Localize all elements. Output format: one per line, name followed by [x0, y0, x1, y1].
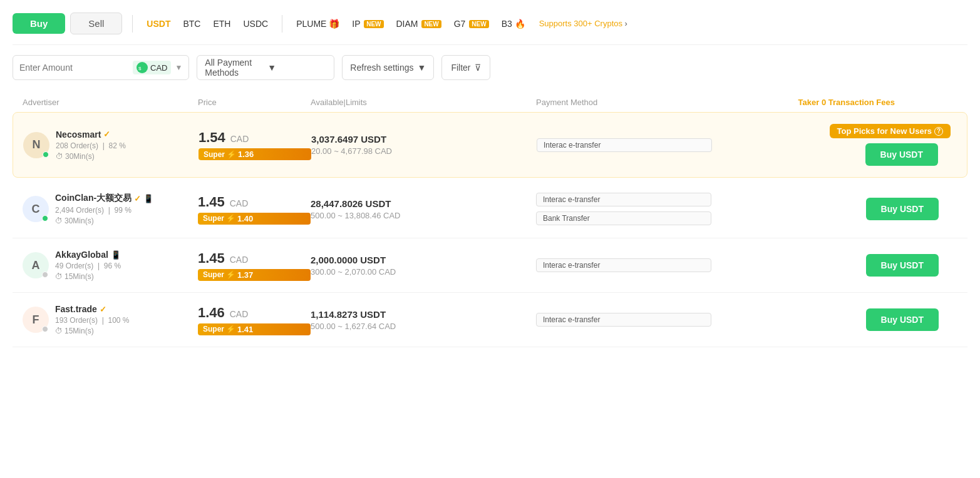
advertiser-details: Fast.trade ✓ 193 Order(s) | 100 % ⏱ 15Mi…	[55, 304, 130, 335]
advertiser-time: ⏱ 30Min(s)	[55, 216, 153, 225]
lightning-icon: ⚡	[226, 270, 235, 279]
price-currency: CAD	[230, 309, 249, 319]
advertiser-name[interactable]: Necosmart ✓	[56, 130, 126, 140]
super-label: Super	[203, 214, 224, 223]
verified-icon: ✓	[134, 194, 141, 203]
available-cad: 500.00 ~ 13,808.46 CAD	[311, 211, 536, 220]
refresh-settings-button[interactable]: Refresh settings ▼	[342, 55, 434, 80]
buy-usdt-button[interactable]: Buy USDT	[866, 198, 939, 220]
online-indicator	[43, 151, 49, 158]
price-value: 1.45	[198, 194, 225, 210]
filter-funnel-icon: ⊽	[475, 63, 481, 73]
nav-coin-btc[interactable]: BTC	[179, 16, 204, 31]
sell-tab-button[interactable]: Sell	[70, 13, 122, 34]
super-badge: Super ⚡ 1.37	[198, 269, 311, 281]
advertiser-stats: 208 Order(s) | 82 %	[56, 141, 126, 150]
price-currency: CAD	[230, 198, 249, 208]
offline-indicator	[42, 272, 48, 278]
col-advertiser: Advertiser	[23, 98, 198, 107]
advertiser-avatar: C	[23, 196, 49, 222]
advertiser-name[interactable]: Fast.trade ✓	[55, 304, 130, 314]
advertiser-details: Necosmart ✓ 208 Order(s) | 82 % ⏱ 30Min(…	[56, 130, 126, 161]
lightning-icon: ⚡	[226, 325, 235, 333]
advertiser-stats: 49 Order(s) | 96 %	[55, 262, 121, 270]
new-badge-diam: NEW	[421, 20, 441, 28]
filter-label: Filter	[451, 63, 470, 73]
available-cad: 300.00 ~ 2,070.00 CAD	[311, 267, 536, 277]
price-main: 1.45 CAD	[198, 250, 311, 267]
filters-row: $ CAD ▼ All Payment Methods ▼ Refresh se…	[13, 55, 967, 80]
price-main: 1.46 CAD	[198, 305, 311, 321]
advertiser-avatar: A	[23, 252, 49, 278]
cad-icon: $	[137, 62, 148, 73]
nav-coin-diam[interactable]: DIAM NEW	[393, 16, 445, 31]
nav-coin-ip[interactable]: IP NEW	[348, 16, 387, 31]
action-column: Buy USDT	[711, 308, 957, 331]
available-column: 1,114.8273 USDT 500.00 ~ 1,627.64 CAD	[311, 309, 536, 331]
clock-icon: ⏱	[55, 272, 63, 281]
table-row: C CoinClan-大额交易 ✓ 📱 2,494 Order(s) | 99 …	[13, 180, 967, 238]
clock-icon: ⏱	[55, 327, 63, 335]
advertiser-stats: 193 Order(s) | 100 %	[55, 316, 130, 325]
new-badge-ip: NEW	[364, 20, 383, 28]
payment-method-label: All Payment Methods	[205, 58, 264, 78]
payment-column: Interac e-transferBank Transfer	[536, 191, 711, 226]
advertiser-info: F Fast.trade ✓ 193 Order(s) | 100 % ⏱ 15…	[23, 304, 198, 335]
advertiser-info: N Necosmart ✓ 208 Order(s) | 82 % ⏱ 30Mi…	[23, 130, 199, 161]
col-available: Available|Limits	[311, 98, 536, 107]
super-label: Super	[204, 150, 225, 159]
online-indicator	[42, 215, 48, 221]
whatsapp-icon: 📱	[143, 194, 153, 203]
nav-coin-g7[interactable]: G7 NEW	[450, 16, 493, 31]
buy-usdt-button[interactable]: Buy USDT	[866, 308, 939, 331]
price-column: 1.54 CAD Super ⚡ 1.36	[199, 130, 311, 160]
new-badge-g7: NEW	[469, 20, 488, 28]
nav-coin-b3[interactable]: B3 🔥	[498, 16, 529, 31]
nav-coin-usdt[interactable]: USDT	[143, 16, 174, 31]
super-label: Super	[203, 270, 224, 279]
lightning-icon: ⚡	[226, 214, 235, 223]
filter-button[interactable]: Filter ⊽	[441, 55, 490, 80]
payment-chevron-icon[interactable]: ▼	[267, 63, 326, 73]
fire-icon: 🔥	[515, 19, 525, 29]
top-picks-banner: Top Picks for New Users ?	[830, 124, 951, 138]
available-cad: 20.00 ~ 4,677.98 CAD	[311, 146, 537, 156]
nav-coin-plume[interactable]: PLUME 🎁	[292, 16, 343, 31]
advertiser-name[interactable]: CoinClan-大额交易 ✓ 📱	[55, 193, 153, 204]
advertiser-avatar: F	[23, 307, 49, 333]
col-fees: Taker 0 Transaction Fees	[711, 98, 957, 107]
advertiser-time: ⏱ 30Min(s)	[56, 152, 126, 161]
currency-chevron-icon[interactable]: ▼	[175, 63, 182, 72]
buy-usdt-button[interactable]: Buy USDT	[865, 143, 938, 166]
price-column: 1.46 CAD Super ⚡ 1.41	[198, 305, 311, 335]
nav-coin-usdc[interactable]: USDC	[239, 16, 272, 31]
buy-tab-button[interactable]: Buy	[13, 13, 65, 34]
available-usdt: 1,114.8273 USDT	[311, 309, 536, 320]
nav-coin-eth[interactable]: ETH	[209, 16, 234, 31]
super-label: Super	[203, 325, 224, 333]
super-badge: Super ⚡ 1.36	[199, 148, 311, 160]
available-column: 28,447.8026 USDT 500.00 ~ 13,808.46 CAD	[311, 198, 536, 220]
clock-icon: ⏱	[55, 216, 63, 225]
payment-column: Interac e-transfer	[536, 312, 711, 328]
payment-method-dropdown[interactable]: All Payment Methods ▼	[197, 55, 334, 80]
refresh-label: Refresh settings	[350, 63, 413, 73]
advertiser-details: CoinClan-大额交易 ✓ 📱 2,494 Order(s) | 99 % …	[55, 193, 153, 225]
amount-input[interactable]	[19, 63, 129, 73]
price-value: 1.46	[198, 305, 225, 320]
advertiser-info: C CoinClan-大额交易 ✓ 📱 2,494 Order(s) | 99 …	[23, 193, 198, 225]
verified-icon: ✓	[100, 305, 106, 314]
price-main: 1.45 CAD	[198, 194, 311, 210]
nav-divider2	[282, 15, 282, 33]
buy-usdt-button[interactable]: Buy USDT	[866, 254, 939, 277]
supports-more-link[interactable]: Supports 300+ Cryptos ›	[539, 19, 627, 28]
price-value: 1.54	[199, 130, 225, 145]
whatsapp-icon: 📱	[111, 250, 121, 260]
amount-input-wrap[interactable]: $ CAD ▼	[13, 55, 189, 80]
clock-icon: ⏱	[56, 152, 63, 161]
payment-tag: Interac e-transfer	[536, 313, 711, 327]
super-badge: Super ⚡ 1.40	[198, 213, 311, 225]
advertiser-name[interactable]: AkkayGlobal 📱	[55, 250, 121, 260]
available-usdt: 3,037.6497 USDT	[311, 134, 537, 145]
available-usdt: 2,000.0000 USDT	[311, 255, 536, 265]
